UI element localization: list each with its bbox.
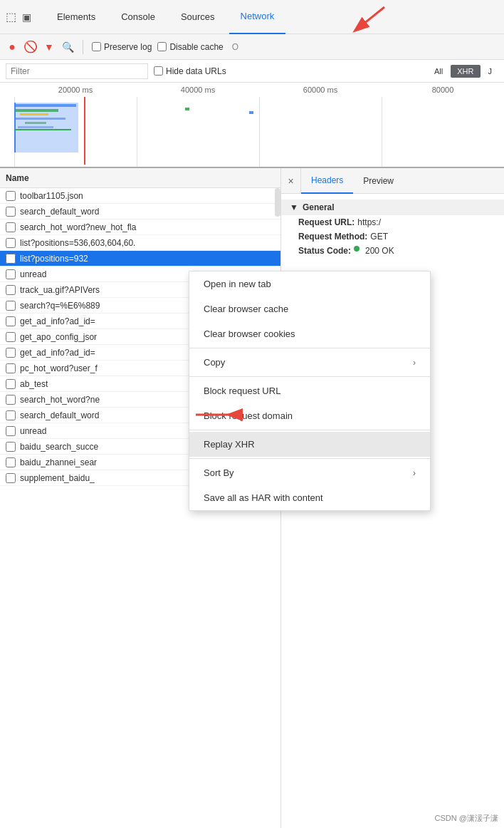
context-copy-label: Copy: [204, 357, 225, 368]
context-separator-3: [189, 430, 430, 430]
filter-input[interactable]: [6, 63, 148, 79]
row-checkbox-3[interactable]: [6, 238, 16, 248]
tab-headers[interactable]: Headers: [301, 168, 353, 194]
context-open-new-tab[interactable]: Open in new tab: [189, 271, 430, 296]
request-row[interactable]: search_hot_word?new_hot_fla: [0, 219, 280, 235]
row-checkbox-17[interactable]: [6, 457, 16, 467]
cursor-icon[interactable]: ⬚: [6, 10, 16, 24]
timeline-labels: 20000 ms 40000 ms 60000 ms 80000: [14, 86, 504, 94]
row-checkbox-15[interactable]: [6, 426, 16, 436]
context-save-har[interactable]: Save all as HAR with content: [189, 485, 430, 510]
context-separator-1: [189, 348, 430, 348]
request-method-label: Request Method:: [298, 232, 367, 242]
row-checkbox-5[interactable]: [6, 269, 16, 279]
network-toolbar: ● 🚫 ▼ 🔍 Preserve log Disable cache O: [0, 34, 504, 60]
context-separator-4: [189, 458, 430, 459]
disable-cache-checkbox[interactable]: [157, 42, 167, 51]
request-row-selected[interactable]: list?positions=932: [0, 251, 280, 266]
hide-data-urls-text: Hide data URLs: [166, 66, 226, 76]
tab-console[interactable]: Console: [110, 0, 167, 34]
request-url-label: Request URL:: [298, 217, 355, 227]
general-arrow-icon: ▼: [290, 202, 298, 212]
timeline-label-1: 20000 ms: [14, 86, 137, 94]
row-checkbox-0[interactable]: [6, 191, 16, 201]
row-checkbox-16[interactable]: [6, 442, 16, 452]
search-button[interactable]: 🔍: [61, 41, 74, 53]
context-separator-2: [189, 376, 430, 377]
status-code-value: 200 OK: [365, 246, 394, 256]
tab-bar: ⬚ ▣ Elements Console Sources Network: [0, 0, 504, 34]
context-clear-cookies[interactable]: Clear browser cookies: [189, 321, 430, 346]
request-row[interactable]: search_default_word: [0, 204, 280, 219]
row-checkbox-1[interactable]: [6, 207, 16, 217]
tab-network[interactable]: Network: [229, 0, 286, 34]
tab-preview[interactable]: Preview: [353, 168, 404, 194]
close-panel-button[interactable]: ×: [281, 168, 301, 194]
disable-cache-label[interactable]: Disable cache: [157, 42, 223, 52]
hide-data-urls-label[interactable]: Hide data URLs: [154, 66, 226, 76]
status-code-field: Status Code: 200 OK: [281, 244, 504, 258]
context-clear-cache[interactable]: Clear browser cache: [189, 296, 430, 321]
request-method-field: Request Method: GET: [281, 229, 504, 244]
scrollbar[interactable]: [275, 188, 280, 217]
watermark: CSDN @潇湲子潇: [435, 813, 498, 824]
timeline-area: 20000 ms 40000 ms 60000 ms 80000: [0, 83, 504, 168]
record-button[interactable]: ●: [6, 41, 19, 53]
row-checkbox-4[interactable]: [6, 254, 16, 264]
filter-j-button[interactable]: J: [482, 65, 499, 78]
row-checkbox-14[interactable]: [6, 410, 16, 420]
row-checkbox-6[interactable]: [6, 285, 16, 295]
row-checkbox-2[interactable]: [6, 222, 16, 232]
context-block-domain[interactable]: Block request domain: [189, 403, 430, 428]
status-code-label: Status Code:: [298, 246, 351, 256]
row-checkbox-11[interactable]: [6, 363, 16, 373]
status-indicator: [354, 246, 359, 252]
separator-1: [83, 40, 83, 54]
filter-all-button[interactable]: All: [428, 65, 449, 78]
row-checkbox-9[interactable]: [6, 332, 16, 342]
request-url-field: Request URL: https:/: [281, 215, 504, 229]
general-header[interactable]: ▼ General: [281, 200, 504, 215]
more-options-text: O: [232, 42, 238, 52]
preserve-log-checkbox[interactable]: [92, 42, 101, 51]
filter-button[interactable]: ▼: [43, 41, 56, 53]
general-label: General: [303, 202, 335, 212]
timeline-label-3: 60000 ms: [259, 86, 382, 94]
row-checkbox-8[interactable]: [6, 316, 16, 326]
request-name-0: toolbar1105.json: [20, 191, 275, 201]
request-method-value: GET: [370, 232, 388, 242]
general-section: ▼ General Request URL: https:/ Request M…: [281, 194, 504, 264]
request-row[interactable]: toolbar1105.json: [0, 188, 280, 204]
context-replay-xhr[interactable]: Replay XHR: [189, 432, 430, 457]
context-sort-by[interactable]: Sort By ›: [189, 460, 430, 485]
context-menu: Open in new tab Clear browser cache Clea…: [189, 271, 431, 511]
row-checkbox-7[interactable]: [6, 301, 16, 311]
row-checkbox-10[interactable]: [6, 348, 16, 358]
right-panel-tabs: × Headers Preview: [281, 168, 504, 194]
request-name-2: search_hot_word?new_hot_fla: [20, 222, 275, 232]
context-block-url[interactable]: Block request URL: [189, 378, 430, 403]
request-list-header: Name: [0, 168, 280, 188]
context-block-url-label: Block request URL: [204, 385, 280, 396]
tab-sources[interactable]: Sources: [169, 0, 226, 34]
mobile-icon[interactable]: ▣: [22, 11, 31, 23]
preserve-log-text: Preserve log: [104, 42, 152, 52]
copy-chevron-icon: ›: [413, 358, 416, 368]
request-row[interactable]: list?positions=536,603,604,60.: [0, 235, 280, 251]
tab-elements[interactable]: Elements: [46, 0, 107, 34]
timeline-label-2: 40000 ms: [137, 86, 259, 94]
context-copy[interactable]: Copy ›: [189, 350, 430, 375]
filter-xhr-button[interactable]: XHR: [451, 65, 480, 78]
preserve-log-label[interactable]: Preserve log: [92, 42, 152, 52]
context-sort-by-label: Sort By: [204, 467, 234, 478]
filter-row: Hide data URLs All XHR J: [0, 60, 504, 83]
hide-data-urls-checkbox[interactable]: [154, 66, 163, 76]
stop-button[interactable]: 🚫: [24, 41, 37, 53]
sort-chevron-icon: ›: [413, 468, 416, 478]
context-save-har-label: Save all as HAR with content: [204, 492, 323, 503]
row-checkbox-13[interactable]: [6, 395, 16, 405]
filter-type-buttons: All XHR J: [428, 65, 498, 78]
disable-cache-text: Disable cache: [169, 42, 223, 52]
row-checkbox-12[interactable]: [6, 379, 16, 389]
row-checkbox-18[interactable]: [6, 473, 16, 483]
